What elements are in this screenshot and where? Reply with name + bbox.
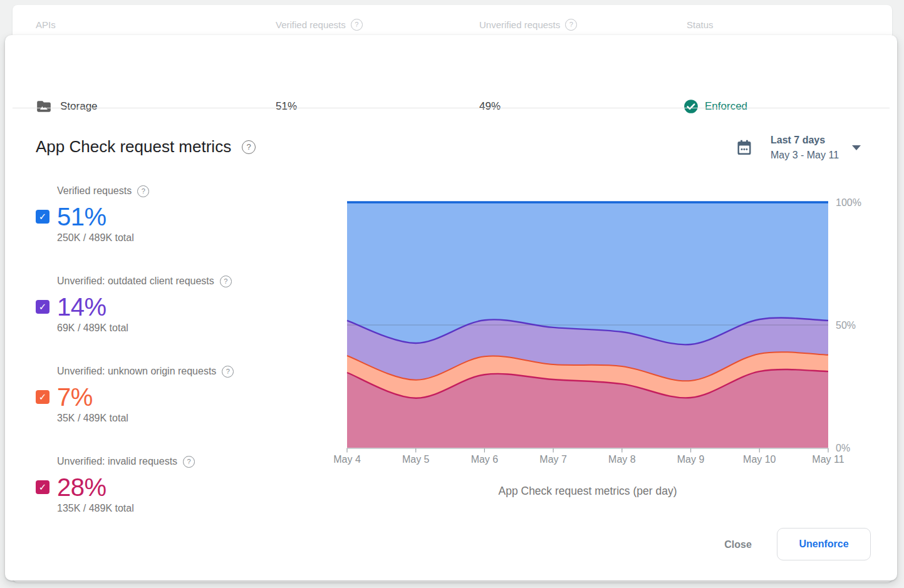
- help-icon[interactable]: [220, 276, 232, 287]
- legend-percent: 51%: [57, 203, 107, 231]
- stacked-area-chart: May 4May 5May 6May 7May 8May 9May 10May …: [318, 188, 882, 501]
- legend-checkbox-verified[interactable]: [36, 210, 49, 224]
- x-axis-label: May 5: [402, 454, 430, 465]
- legend-item-invalid: Unverified: invalid requests 28% 135K / …: [36, 455, 311, 514]
- x-axis-label: May 8: [608, 454, 636, 465]
- date-range-value: May 3 - May 11: [771, 148, 839, 163]
- api-name: Storage: [60, 100, 98, 113]
- column-header-label: Unverified requests: [479, 19, 560, 30]
- legend-label: Unverified: outdated client requests: [57, 276, 214, 287]
- legend-checkbox-invalid[interactable]: [36, 480, 49, 494]
- x-axis-label: May 6: [471, 454, 499, 465]
- help-icon[interactable]: [222, 366, 234, 378]
- close-button[interactable]: Close: [707, 534, 769, 556]
- column-header-label: APIs: [36, 19, 56, 30]
- x-axis-label: May 10: [743, 454, 776, 465]
- status-badge: Enforced: [683, 98, 747, 115]
- chevron-down-icon: [852, 145, 861, 150]
- x-axis-label: May 4: [333, 454, 361, 465]
- legend-label: Unverified: unknown origin requests: [57, 366, 216, 377]
- legend-total: 35K / 489K total: [57, 413, 311, 424]
- legend-checkbox-unknown-origin[interactable]: [36, 390, 49, 404]
- help-icon[interactable]: [351, 19, 363, 31]
- x-axis-label: May 9: [677, 454, 705, 465]
- status-label: Enforced: [705, 100, 747, 113]
- section-title: App Check request metrics: [36, 137, 231, 157]
- legend-item-outdated: Unverified: outdated client requests 14%…: [36, 275, 311, 334]
- legend-item-unknown-origin: Unverified: unknown origin requests 7% 3…: [36, 365, 311, 424]
- column-header-verified: Verified requests: [276, 18, 363, 31]
- help-icon[interactable]: [183, 456, 195, 468]
- column-header-apis: APIs: [36, 18, 56, 31]
- date-range-picker[interactable]: Last 7 days May 3 - May 11: [725, 133, 876, 163]
- column-header-label: Verified requests: [276, 19, 346, 30]
- chart-caption: App Check request metrics (per day): [499, 485, 677, 497]
- legend-total: 250K / 489K total: [57, 232, 311, 244]
- help-icon[interactable]: [242, 140, 256, 154]
- legend-label: Unverified: invalid requests: [57, 456, 177, 467]
- column-header-status: Status: [687, 18, 714, 31]
- legend-percent: 28%: [57, 473, 107, 502]
- app-check-detail-panel: Storage 51% 49% Enforced App Check reque…: [5, 35, 897, 580]
- legend-percent: 14%: [57, 293, 107, 321]
- y-axis-label: 50%: [836, 320, 856, 331]
- x-axis-label: May 11: [812, 454, 844, 465]
- verified-requests-value: 51%: [276, 100, 297, 113]
- calendar-icon: [735, 139, 753, 157]
- unverified-requests-value: 49%: [479, 100, 501, 113]
- divider: [13, 108, 890, 108]
- legend-item-verified: Verified requests 51% 250K / 489K total: [36, 185, 311, 244]
- legend-total: 135K / 489K total: [57, 503, 311, 514]
- x-axis-label: May 7: [539, 454, 567, 465]
- api-row-storage[interactable]: Storage: [36, 98, 98, 115]
- legend-checkbox-outdated[interactable]: [36, 300, 49, 314]
- check-circle-icon: [683, 98, 699, 115]
- date-range-label: Last 7 days: [771, 133, 839, 148]
- y-axis-label: 0%: [836, 443, 850, 453]
- unenforce-button[interactable]: Unenforce: [777, 528, 871, 560]
- column-header-label: Status: [687, 19, 714, 30]
- legend-label: Verified requests: [57, 185, 132, 197]
- legend-total: 69K / 489K total: [57, 322, 311, 334]
- column-header-unverified: Unverified requests: [479, 18, 577, 31]
- legend-percent: 7%: [57, 383, 93, 411]
- help-icon[interactable]: [137, 185, 149, 197]
- y-axis-label: 100%: [836, 197, 861, 208]
- help-icon[interactable]: [565, 19, 577, 31]
- storage-folder-icon: [36, 98, 52, 115]
